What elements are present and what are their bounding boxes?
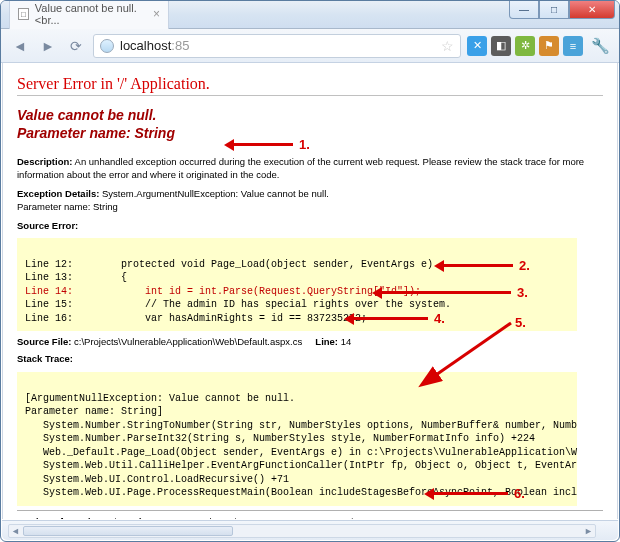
tab-title: Value cannot be null.<br...	[35, 2, 147, 26]
wrench-menu-icon[interactable]: 🔧	[589, 35, 611, 57]
source-file-text: c:\Projects\VulnerableApplication\Web\De…	[74, 336, 302, 347]
browser-tab[interactable]: □ Value cannot be null.<br... ×	[9, 0, 169, 29]
source-error-label: Source Error:	[17, 220, 78, 231]
version-label: Version Information:	[17, 517, 105, 519]
source-error-code: Line 12: protected void Page_Load(object…	[17, 238, 577, 331]
exception-details-label: Exception Details:	[17, 188, 99, 199]
scrollbar-track[interactable]: ◄ ►	[8, 524, 596, 538]
description-label: Description:	[17, 156, 72, 167]
back-icon: ◄	[13, 38, 27, 54]
maximize-icon: □	[551, 4, 557, 15]
stack-trace-block: Stack Trace:	[17, 353, 603, 366]
url-host: localhost	[120, 38, 171, 53]
error-message-line1: Value cannot be null.	[17, 107, 157, 123]
close-icon: ✕	[588, 4, 596, 15]
error-message-line2: Parameter name: String	[17, 125, 175, 141]
page-title: Server Error in '/' Application.	[17, 75, 603, 93]
footer-divider	[17, 510, 603, 511]
scroll-left-icon[interactable]: ◄	[9, 525, 22, 537]
line-number: 14	[341, 336, 352, 347]
error-page: Server Error in '/' Application. Value c…	[3, 63, 617, 519]
extension-icon-4[interactable]: ⚑	[539, 36, 559, 56]
forward-button[interactable]: ►	[37, 35, 59, 57]
arrow-icon	[233, 143, 293, 146]
source-error-block: Source Error:	[17, 220, 603, 233]
stack-trace-label: Stack Trace:	[17, 353, 73, 364]
address-bar[interactable]: localhost:85 ☆	[93, 34, 461, 58]
window-controls: — □ ✕	[509, 1, 615, 19]
browser-toolbar: ◄ ► ⟳ localhost:85 ☆ ✕ ◧ ✲ ⚑ ≡ 🔧	[1, 29, 619, 63]
extension-icon-3[interactable]: ✲	[515, 36, 535, 56]
extension-icon-1[interactable]: ✕	[467, 36, 487, 56]
maximize-button[interactable]: □	[539, 1, 569, 19]
error-message: Value cannot be null. Parameter name: St…	[17, 106, 603, 142]
stack-trace-code: [ArgumentNullException: Value cannot be …	[17, 372, 577, 506]
reload-icon: ⟳	[70, 38, 82, 54]
extension-icon-5[interactable]: ≡	[563, 36, 583, 56]
exception-details-block: Exception Details: System.ArgumentNullEx…	[17, 188, 603, 214]
window-titlebar: □ Value cannot be null.<br... × — □ ✕	[1, 1, 619, 29]
close-button[interactable]: ✕	[569, 1, 615, 19]
reload-button[interactable]: ⟳	[65, 35, 87, 57]
source-file-label: Source File:	[17, 336, 71, 347]
version-text: Microsoft .NET Framework Version:4.0.303…	[107, 517, 413, 519]
horizontal-scrollbar[interactable]: ◄ ►	[2, 520, 618, 540]
page-viewport: Server Error in '/' Application. Value c…	[2, 63, 618, 519]
exception-details-text: System.ArgumentNullException: Value cann…	[102, 188, 329, 199]
scrollbar-thumb[interactable]	[23, 526, 233, 536]
extension-icons: ✕ ◧ ✲ ⚑ ≡	[467, 36, 583, 56]
scroll-right-icon[interactable]: ►	[582, 525, 595, 537]
minimize-icon: —	[519, 4, 529, 15]
bookmark-star-icon[interactable]: ☆	[441, 38, 454, 54]
tab-close-icon[interactable]: ×	[153, 8, 160, 20]
title-divider	[17, 95, 603, 96]
source-file-line: Source File: c:\Projects\VulnerableAppli…	[17, 336, 603, 347]
minimize-button[interactable]: —	[509, 1, 539, 19]
globe-icon	[100, 39, 114, 53]
exception-details-text2: Parameter name: String	[17, 201, 118, 212]
back-button[interactable]: ◄	[9, 35, 31, 57]
url-text: localhost:85	[120, 38, 189, 53]
extension-icon-2[interactable]: ◧	[491, 36, 511, 56]
page-favicon-icon: □	[18, 8, 29, 20]
version-info: Version Information: Microsoft .NET Fram…	[17, 517, 603, 519]
browser-tabbar: □ Value cannot be null.<br... ×	[1, 1, 177, 29]
description-text: An unhandled exception occurred during t…	[17, 156, 584, 180]
line-label: Line:	[315, 336, 338, 347]
description-block: Description: An unhandled exception occu…	[17, 156, 603, 182]
url-port: :85	[171, 38, 189, 53]
forward-icon: ►	[41, 38, 55, 54]
